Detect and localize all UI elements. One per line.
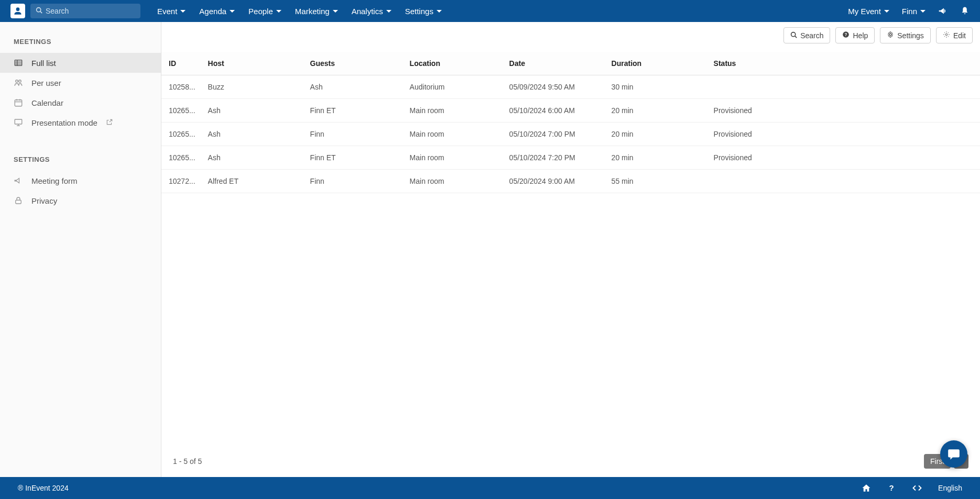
pagination: 1 - 5 of 5 First 1 — [161, 448, 980, 477]
cell-date: 05/20/2024 9:00 AM — [503, 170, 605, 193]
svg-rect-3 — [15, 60, 22, 66]
cell-duration: 55 min — [605, 170, 707, 193]
svg-rect-16 — [16, 200, 21, 204]
gear-icon — [943, 31, 950, 40]
sidebar-item-meeting-form[interactable]: Meeting form — [0, 171, 161, 191]
top-nav: Event Agenda People Marketing Analytics … — [0, 0, 980, 22]
table-row[interactable]: 10265...AshFinn ETMain room05/10/2024 6:… — [161, 99, 980, 123]
sidebar-item-label: Meeting form — [31, 176, 78, 185]
users-icon — [14, 78, 23, 87]
help-icon[interactable]: ? — [887, 483, 896, 493]
cell-location: Auditorium — [404, 75, 503, 99]
megaphone-icon — [14, 176, 23, 185]
code-icon[interactable] — [912, 483, 922, 493]
cell-host: Alfred ET — [202, 170, 304, 193]
settings-button[interactable]: Settings — [880, 27, 931, 43]
nav-item-analytics[interactable]: Analytics — [352, 7, 391, 16]
lock-icon — [14, 196, 23, 205]
help-button[interactable]: ? Help — [835, 27, 875, 43]
toolbar: Search ? Help Settings Edit — [161, 22, 980, 43]
th-status[interactable]: Status — [707, 52, 980, 75]
nav-my-event[interactable]: My Event — [848, 7, 889, 16]
sidebar-item-presentation[interactable]: Presentation mode — [0, 113, 161, 132]
cell-date: 05/10/2024 7:00 PM — [503, 123, 605, 146]
logo[interactable] — [10, 4, 25, 18]
svg-text:?: ? — [889, 483, 894, 492]
cell-status — [707, 170, 980, 193]
cell-status: Provisioned — [707, 123, 980, 146]
search-icon — [36, 7, 42, 15]
svg-point-8 — [19, 80, 21, 83]
svg-point-7 — [16, 80, 18, 83]
cell-date: 05/10/2024 7:20 PM — [503, 146, 605, 170]
cell-duration: 20 min — [605, 146, 707, 170]
nav-user[interactable]: Finn — [902, 7, 925, 16]
svg-rect-13 — [15, 119, 22, 124]
chevron-down-icon — [333, 10, 338, 13]
cell-date: 05/09/2024 9:50 AM — [503, 75, 605, 99]
cell-guests: Finn — [304, 123, 404, 146]
home-icon[interactable] — [862, 483, 871, 493]
th-guests[interactable]: Guests — [304, 52, 404, 75]
cell-location: Main room — [404, 146, 503, 170]
nav-right: My Event Finn — [848, 6, 970, 16]
sidebar-item-per-user[interactable]: Per user — [0, 73, 161, 93]
table-row[interactable]: 10258...BuzzAshAuditorium05/09/2024 9:50… — [161, 75, 980, 99]
sidebar-item-privacy[interactable]: Privacy — [0, 191, 161, 210]
cell-status: Provisioned — [707, 99, 980, 123]
cell-id: 10265... — [161, 99, 202, 123]
cell-location: Main room — [404, 170, 503, 193]
nav-item-agenda[interactable]: Agenda — [199, 7, 235, 16]
language-selector[interactable]: English — [938, 484, 962, 492]
cell-guests: Finn ET — [304, 99, 404, 123]
chevron-down-icon — [437, 10, 442, 13]
nav-item-people[interactable]: People — [248, 7, 281, 16]
monitor-icon — [14, 118, 23, 127]
edit-button[interactable]: Edit — [936, 27, 973, 43]
svg-line-18 — [795, 36, 797, 37]
table-row[interactable]: 10272...Alfred ETFinnMain room05/20/2024… — [161, 170, 980, 193]
chat-bubble[interactable] — [940, 440, 967, 468]
chevron-down-icon — [920, 10, 925, 13]
sidebar-item-full-list[interactable]: Full list — [0, 53, 161, 73]
table-icon — [14, 58, 23, 68]
th-location[interactable]: Location — [404, 52, 503, 75]
cell-host: Ash — [202, 123, 304, 146]
search-box[interactable] — [30, 4, 140, 18]
svg-text:?: ? — [845, 32, 847, 37]
chevron-down-icon — [386, 10, 391, 13]
sidebar-item-label: Presentation mode — [31, 118, 97, 127]
table-row[interactable]: 10265...AshFinn ETMain room05/10/2024 7:… — [161, 146, 980, 170]
cell-duration: 20 min — [605, 99, 707, 123]
bell-icon[interactable] — [960, 6, 970, 16]
sidebar-heading-settings: SETTINGS — [0, 148, 161, 171]
cell-duration: 20 min — [605, 123, 707, 146]
cell-location: Main room — [404, 123, 503, 146]
th-id[interactable]: ID — [161, 52, 202, 75]
sidebar-item-label: Full list — [31, 59, 56, 68]
svg-point-17 — [791, 32, 796, 36]
search-input[interactable] — [46, 7, 135, 15]
cell-guests: Finn — [304, 170, 404, 193]
cell-date: 05/10/2024 6:00 AM — [503, 99, 605, 123]
th-host[interactable]: Host — [202, 52, 304, 75]
cell-id: 10265... — [161, 146, 202, 170]
nav-item-settings[interactable]: Settings — [405, 7, 442, 16]
sidebar-item-label: Calendar — [31, 98, 63, 107]
sidebar-item-calendar[interactable]: Calendar — [0, 93, 161, 113]
chevron-down-icon — [230, 10, 235, 13]
nav-item-event[interactable]: Event — [157, 7, 186, 16]
search-icon — [790, 31, 797, 40]
search-button[interactable]: Search — [783, 27, 830, 43]
th-date[interactable]: Date — [503, 52, 605, 75]
th-duration[interactable]: Duration — [605, 52, 707, 75]
announcement-icon[interactable] — [938, 6, 948, 16]
nav-item-marketing[interactable]: Marketing — [295, 7, 338, 16]
table-row[interactable]: 10265...AshFinnMain room05/10/2024 7:00 … — [161, 123, 980, 146]
chevron-down-icon — [180, 10, 186, 13]
sidebar-item-label: Privacy — [31, 196, 57, 205]
cell-id: 10258... — [161, 75, 202, 99]
cell-host: Ash — [202, 146, 304, 170]
sidebar: MEETINGS Full list Per user Calendar Pre… — [0, 22, 161, 477]
cell-duration: 30 min — [605, 75, 707, 99]
